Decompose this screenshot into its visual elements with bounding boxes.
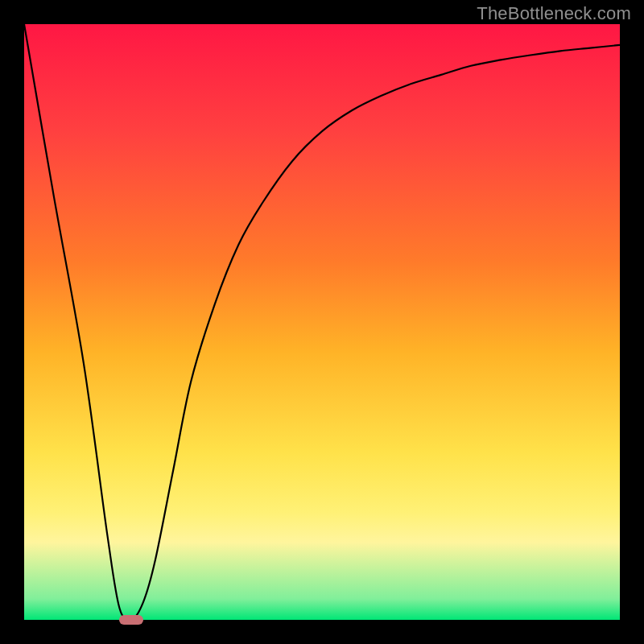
bottleneck-curve [24, 24, 620, 620]
optimal-marker [119, 615, 143, 625]
plot-area [24, 24, 620, 620]
curve-svg [24, 24, 620, 620]
chart-frame: TheBottleneck.com [0, 0, 644, 644]
watermark-text: TheBottleneck.com [477, 3, 631, 24]
